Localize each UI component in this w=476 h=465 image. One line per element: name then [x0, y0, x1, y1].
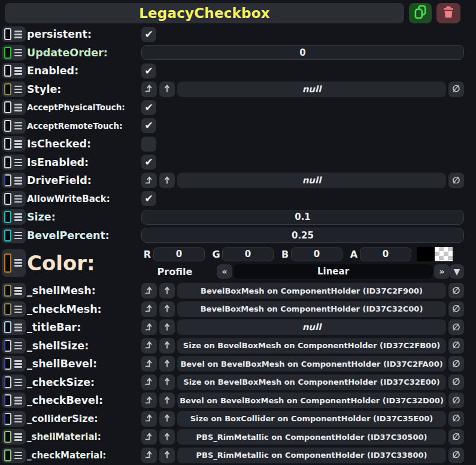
- reference-pick-button[interactable]: [141, 429, 157, 445]
- drag-handle[interactable]: [2, 283, 26, 298]
- _shellMaterial-reference-field[interactable]: PBS_RimMetallic on ComponentHolder (ID37…: [177, 429, 446, 445]
- reference-parent-button[interactable]: [159, 429, 175, 445]
- grip-icon: [14, 259, 22, 267]
- reference-pick-button[interactable]: [141, 411, 157, 427]
- drag-handle[interactable]: [2, 228, 26, 243]
- clear-reference-button[interactable]: ∅: [448, 338, 464, 354]
- channel-field-A[interactable]: 0: [360, 247, 411, 261]
- persistent-checkbox[interactable]: ✔: [141, 27, 156, 42]
- drag-handle[interactable]: [2, 45, 26, 61]
- alpha-preview-swatch[interactable]: [435, 247, 453, 261]
- clear-reference-button[interactable]: ∅: [448, 356, 464, 372]
- _colliderSize-reference-field[interactable]: Size on BoxCollider on ComponentHolder (…: [177, 411, 446, 427]
- clear-reference-button[interactable]: ∅: [448, 283, 464, 298]
- drag-handle[interactable]: [2, 81, 26, 97]
- drag-handle[interactable]: [2, 191, 26, 207]
- drag-handle[interactable]: [2, 99, 26, 115]
- delete-component-button[interactable]: [436, 3, 460, 23]
- clear-reference-button[interactable]: ∅: [448, 301, 464, 317]
- reference-parent-button[interactable]: [159, 173, 175, 188]
- drag-handle[interactable]: [2, 301, 26, 317]
- drag-handle[interactable]: [2, 118, 26, 134]
- drag-handle[interactable]: [2, 411, 26, 427]
- drag-handle[interactable]: [2, 173, 26, 188]
- check-icon: ✔: [144, 120, 153, 131]
- reference-pick-button[interactable]: [141, 81, 157, 97]
- Style-reference-field[interactable]: null: [177, 81, 446, 97]
- profile-prev-button[interactable]: «: [217, 264, 232, 279]
- _checkBevel-reference-field[interactable]: Bevel on BevelBoxMesh on ComponentHolder…: [177, 392, 446, 408]
- reference-parent-button[interactable]: [159, 338, 175, 354]
- grip-icon: [14, 342, 22, 350]
- color-preview-swatch[interactable]: [417, 247, 435, 261]
- reference-parent-button[interactable]: [159, 448, 175, 463]
- drag-handle[interactable]: [2, 448, 26, 463]
- drag-handle[interactable]: [2, 392, 26, 408]
- reference-parent-button[interactable]: [159, 283, 175, 298]
- reference-pick-button[interactable]: [141, 173, 157, 188]
- clear-reference-button[interactable]: ∅: [448, 375, 464, 390]
- reference-parent-button[interactable]: [159, 375, 175, 390]
- Enabled-checkbox[interactable]: ✔: [141, 64, 156, 78]
- AllowWriteBack-checkbox[interactable]: ✔: [141, 191, 156, 206]
- drag-handle[interactable]: [2, 249, 26, 277]
- reference-parent-button[interactable]: [159, 356, 175, 372]
- UpdateOrder-field[interactable]: 0: [141, 45, 464, 60]
- profile-dropdown-button[interactable]: ▼: [450, 264, 464, 279]
- DriveField-reference-field[interactable]: null: [177, 173, 446, 188]
- drag-handle[interactable]: [2, 136, 26, 152]
- channel-field-R[interactable]: 0: [153, 247, 205, 261]
- property-row-_shellBevel: _shellBevel:Bevel on BevelBoxMesh on Com…: [2, 356, 476, 372]
- _titleBar-reference-field[interactable]: null: [177, 319, 446, 335]
- reference-pick-button[interactable]: [141, 338, 157, 354]
- _checkMaterial-reference-field[interactable]: PBS_RimMetallic on ComponentHolder (ID37…: [177, 448, 446, 463]
- reference-pick-button[interactable]: [141, 448, 157, 463]
- reference-parent-button[interactable]: [159, 301, 175, 317]
- drag-handle[interactable]: [2, 26, 26, 42]
- reference-parent-button[interactable]: [159, 411, 175, 427]
- duplicate-component-button[interactable]: [409, 3, 432, 23]
- _shellBevel-reference-field[interactable]: Bevel on BevelBoxMesh on ComponentHolder…: [177, 356, 446, 372]
- type-indicator-icon: [4, 193, 11, 205]
- drag-handle[interactable]: [2, 63, 26, 78]
- reference-pick-button[interactable]: [141, 356, 157, 372]
- reference-pick-button[interactable]: [141, 319, 157, 335]
- reference-parent-button[interactable]: [159, 319, 175, 335]
- reference-pick-button[interactable]: [141, 392, 157, 408]
- Size-field[interactable]: 0.1: [141, 210, 464, 225]
- clear-reference-button[interactable]: ∅: [448, 173, 464, 188]
- channel-field-B[interactable]: 0: [291, 247, 342, 261]
- drag-handle[interactable]: [2, 155, 26, 170]
- AcceptPhysicalTouch-checkbox[interactable]: ✔: [141, 100, 156, 115]
- component-title: LegacyCheckbox: [139, 5, 270, 21]
- _shellSize-reference-field[interactable]: Size on BevelBoxMesh on ComponentHolder …: [177, 338, 446, 354]
- reference-pick-button[interactable]: [141, 283, 157, 298]
- profile-value-field[interactable]: Linear: [234, 264, 433, 279]
- channel-field-G[interactable]: 0: [222, 247, 274, 261]
- AcceptRemoteTouch-checkbox[interactable]: ✔: [141, 118, 156, 133]
- clear-reference-button[interactable]: ∅: [448, 411, 464, 427]
- drag-handle[interactable]: [2, 338, 26, 354]
- reference-pick-button[interactable]: [141, 375, 157, 390]
- drag-handle[interactable]: [2, 356, 26, 372]
- clear-reference-button[interactable]: ∅: [448, 392, 464, 408]
- component-title-bar[interactable]: LegacyCheckbox: [5, 3, 404, 23]
- IsEnabled-checkbox[interactable]: ✔: [141, 155, 156, 170]
- _shellMesh-reference-field[interactable]: BevelBoxMesh on ComponentHolder (ID37C2F…: [177, 283, 446, 298]
- reference-parent-button[interactable]: [159, 81, 175, 97]
- clear-reference-button[interactable]: ∅: [448, 448, 464, 463]
- clear-reference-button[interactable]: ∅: [448, 319, 464, 335]
- clear-reference-button[interactable]: ∅: [448, 429, 464, 445]
- reference-pick-button[interactable]: [141, 301, 157, 317]
- reference-parent-button[interactable]: [159, 392, 175, 408]
- drag-handle[interactable]: [2, 429, 26, 445]
- IsChecked-checkbox[interactable]: [141, 137, 156, 152]
- clear-reference-button[interactable]: ∅: [448, 81, 464, 97]
- profile-next-button[interactable]: »: [434, 264, 450, 279]
- _checkMesh-reference-field[interactable]: BevelBoxMesh on ComponentHolder (ID37C32…: [177, 301, 446, 317]
- drag-handle[interactable]: [2, 375, 26, 390]
- drag-handle[interactable]: [2, 209, 26, 225]
- BevelPercent-field[interactable]: 0.25: [141, 228, 464, 243]
- _checkSize-reference-field[interactable]: Size on BevelBoxMesh on ComponentHolder …: [177, 375, 446, 390]
- drag-handle[interactable]: [2, 319, 26, 335]
